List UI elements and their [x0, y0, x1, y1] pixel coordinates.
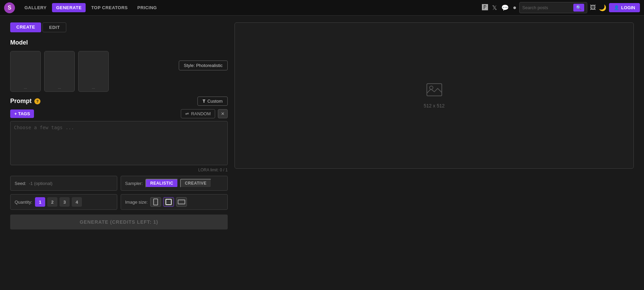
sampler-realistic[interactable]: REALISTIC: [145, 179, 178, 188]
navbar: S GALLERY GENERATE TOP CREATORS PRICING …: [0, 0, 644, 16]
model-card-3[interactable]: ...: [78, 51, 109, 92]
quantity-options: 1 2 3 4: [35, 197, 82, 207]
seed-box: Seed:: [10, 176, 117, 191]
prompt-textarea[interactable]: [10, 121, 228, 165]
tab-create[interactable]: CREATE: [10, 22, 41, 32]
clear-button[interactable]: ✕: [218, 109, 228, 118]
generate-button[interactable]: GENERATE (Credits Left: 1): [10, 215, 228, 229]
seed-input[interactable]: [29, 181, 113, 186]
image-size-box: Image size:: [121, 194, 228, 210]
right-panel: 512 x 512: [234, 22, 634, 229]
prompt-title: Prompt: [10, 98, 32, 105]
size-options: [150, 197, 187, 207]
qty-2[interactable]: 2: [47, 197, 57, 207]
image-gallery-icon[interactable]: 🖼: [590, 4, 596, 11]
search-input[interactable]: [522, 5, 571, 10]
custom-t-icon: T: [203, 99, 205, 104]
lora-limit: LORA limit: 0 / 1: [10, 168, 228, 172]
tags-row: + TAGS ⇌ RANDOM ✕: [10, 109, 228, 118]
login-button[interactable]: 👤 LOGIN: [609, 3, 640, 12]
seed-label: Seed:: [15, 181, 26, 186]
tab-edit[interactable]: EDIT: [42, 22, 66, 32]
sampler-label: Sampler:: [125, 181, 143, 186]
nav-generate[interactable]: GENERATE: [52, 3, 86, 12]
twitter-icon[interactable]: 𝕏: [492, 4, 497, 12]
theme-toggle-icon[interactable]: 🌙: [599, 4, 606, 12]
size-square[interactable]: [163, 197, 174, 207]
circle-icon[interactable]: ●: [513, 4, 517, 11]
quantity-box: Quantity: 1 2 3 4: [10, 194, 117, 210]
model-cards: ... ... ...: [10, 51, 109, 92]
login-user-icon: 👤: [614, 5, 619, 10]
svg-rect-2: [178, 200, 185, 204]
controls-grid: Seed: Sampler: REALISTIC CREATIVE Quanti…: [10, 176, 228, 210]
model-card-1[interactable]: ...: [10, 51, 41, 92]
qty-4[interactable]: 4: [72, 197, 82, 207]
image-size-label: Image size:: [125, 200, 147, 205]
svg-rect-1: [166, 199, 171, 205]
preview-placeholder-icon: [426, 83, 442, 100]
sampler-options: REALISTIC CREATIVE: [145, 179, 211, 188]
random-button[interactable]: ⇌ RANDOM: [181, 109, 215, 118]
patreon-icon[interactable]: 🅿: [482, 4, 488, 11]
size-portrait[interactable]: [150, 197, 161, 207]
nav-links: GALLERY GENERATE TOP CREATORS PRICING: [20, 3, 161, 12]
style-button[interactable]: Style: Photorealistic: [179, 61, 228, 70]
image-preview: 512 x 512: [234, 22, 634, 169]
tab-row: CREATE EDIT: [10, 22, 228, 32]
nav-gallery[interactable]: GALLERY: [20, 3, 51, 12]
preview-size-label: 512 x 512: [424, 103, 445, 108]
random-icon: ⇌: [185, 111, 189, 116]
nav-pricing[interactable]: PRICING: [133, 3, 161, 12]
svg-point-4: [430, 86, 433, 89]
sampler-creative[interactable]: CREATIVE: [180, 179, 211, 188]
size-landscape[interactable]: [176, 197, 187, 207]
svg-rect-0: [154, 199, 158, 205]
left-panel: CREATE EDIT Model ... ... ...: [10, 22, 228, 229]
search-button[interactable]: 🔍: [573, 4, 584, 12]
main-content: CREATE EDIT Model ... ... ...: [0, 16, 644, 236]
sampler-box: Sampler: REALISTIC CREATIVE: [121, 176, 228, 191]
app-logo[interactable]: S: [4, 2, 15, 13]
prompt-help-icon[interactable]: ?: [34, 98, 40, 104]
custom-button[interactable]: T Custom: [197, 97, 228, 106]
model-section-title: Model: [10, 39, 109, 46]
nav-icons: 🅿 𝕏 💬 ●: [482, 4, 517, 12]
prompt-title-group: Prompt ?: [10, 98, 40, 105]
qty-3[interactable]: 3: [59, 197, 70, 207]
prompt-header: Prompt ? T Custom: [10, 97, 228, 106]
qty-1[interactable]: 1: [35, 197, 45, 207]
nav-top-creators[interactable]: TOP CREATORS: [87, 3, 132, 12]
quantity-label: Quantity:: [15, 200, 32, 205]
tags-button[interactable]: + TAGS: [10, 109, 34, 118]
model-card-2[interactable]: ...: [44, 51, 75, 92]
search-bar: 🔍: [519, 2, 587, 13]
model-row: Model ... ... ... Style: Photorealistic: [10, 39, 228, 92]
discord-icon[interactable]: 💬: [501, 4, 509, 12]
